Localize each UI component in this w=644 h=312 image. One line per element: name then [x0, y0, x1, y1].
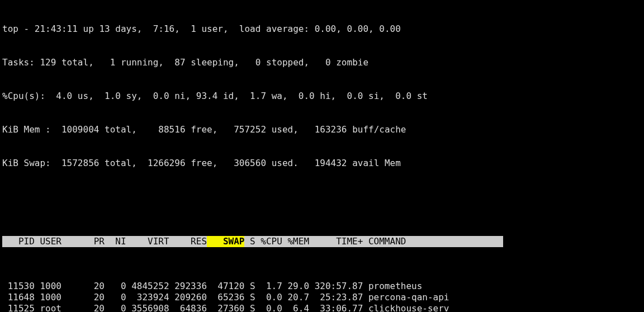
- cell-pr: 20: [67, 292, 105, 303]
- summary-line-5: KiB Swap: 1572856 total, 1266296 free, 3…: [2, 158, 642, 169]
- col-cpu[interactable]: %CPU: [255, 236, 282, 247]
- process-list: 115301000200484525229233647120S1.729.032…: [2, 281, 642, 312]
- cell-pr: 20: [67, 303, 105, 312]
- cell-virt: 3556908: [126, 303, 169, 312]
- col-virt[interactable]: VIRT: [126, 236, 169, 247]
- cell-user: 1000: [35, 292, 67, 303]
- cell-virt: 323924: [126, 292, 169, 303]
- cell-user: 1000: [35, 281, 67, 292]
- cell-cmd: clickhouse-serv: [363, 303, 503, 312]
- cell-time: 33:06.77: [309, 303, 363, 312]
- cell-virt: 4845252: [126, 281, 169, 292]
- cell-cpu: 0.0: [255, 303, 282, 312]
- cell-cpu: 0.0: [255, 292, 282, 303]
- cell-res: 64836: [169, 303, 207, 312]
- cell-s: S: [244, 303, 255, 312]
- summary-line-2: Tasks: 129 total, 1 running, 87 sleeping…: [2, 57, 642, 68]
- col-pr[interactable]: PR: [67, 236, 105, 247]
- cell-mem: 29.0: [282, 281, 309, 292]
- col-time[interactable]: TIME+: [309, 236, 363, 247]
- summary-line-1: top - 21:43:11 up 13 days, 7:16, 1 user,…: [2, 23, 642, 35]
- process-row[interactable]: 11525root20035569086483627360S0.06.433:0…: [2, 303, 642, 312]
- col-mem[interactable]: %MEM: [282, 236, 309, 247]
- cell-mem: 20.7: [282, 292, 309, 303]
- summary-line-3: %Cpu(s): 4.0 us, 1.0 sy, 0.0 ni, 93.4 id…: [2, 91, 642, 102]
- cell-ni: 0: [105, 303, 126, 312]
- cell-pid: 11648: [2, 292, 35, 303]
- cell-s: S: [244, 281, 255, 292]
- cell-res: 209260: [169, 292, 207, 303]
- col-user[interactable]: USER: [35, 236, 67, 247]
- cell-res: 292336: [169, 281, 207, 292]
- cell-cmd: percona-qan-api: [363, 292, 503, 303]
- cell-swap: 27360: [207, 303, 244, 312]
- col-swap[interactable]: SWAP: [207, 236, 244, 247]
- col-cmd[interactable]: COMMAND: [363, 236, 503, 247]
- col-res[interactable]: RES: [169, 236, 207, 247]
- terminal-output: top - 21:43:11 up 13 days, 7:16, 1 user,…: [0, 0, 644, 312]
- cell-cpu: 1.7: [255, 281, 282, 292]
- cell-pid: 11530: [2, 281, 35, 292]
- cell-cmd: prometheus: [363, 281, 503, 292]
- col-state[interactable]: S: [244, 236, 255, 247]
- cell-ni: 0: [105, 292, 126, 303]
- cell-swap: 65236: [207, 292, 244, 303]
- cell-user: root: [35, 303, 67, 312]
- process-row[interactable]: 115301000200484525229233647120S1.729.032…: [2, 281, 642, 292]
- col-pid[interactable]: PID: [2, 236, 35, 247]
- cell-time: 25:23.87: [309, 292, 363, 303]
- column-header-row: PID USER PR NI VIRT RES SWAP S %CPU %MEM…: [2, 236, 642, 247]
- cell-s: S: [244, 292, 255, 303]
- col-ni[interactable]: NI: [105, 236, 126, 247]
- summary-line-4: KiB Mem : 1009004 total, 88516 free, 757…: [2, 124, 642, 135]
- cell-ni: 0: [105, 281, 126, 292]
- cell-time: 320:57.87: [309, 281, 363, 292]
- cell-pr: 20: [67, 281, 105, 292]
- cell-pid: 11525: [2, 303, 35, 312]
- cell-mem: 6.4: [282, 303, 309, 312]
- cell-swap: 47120: [207, 281, 244, 292]
- process-row[interactable]: 11648100020032392420926065236S0.020.725:…: [2, 292, 642, 303]
